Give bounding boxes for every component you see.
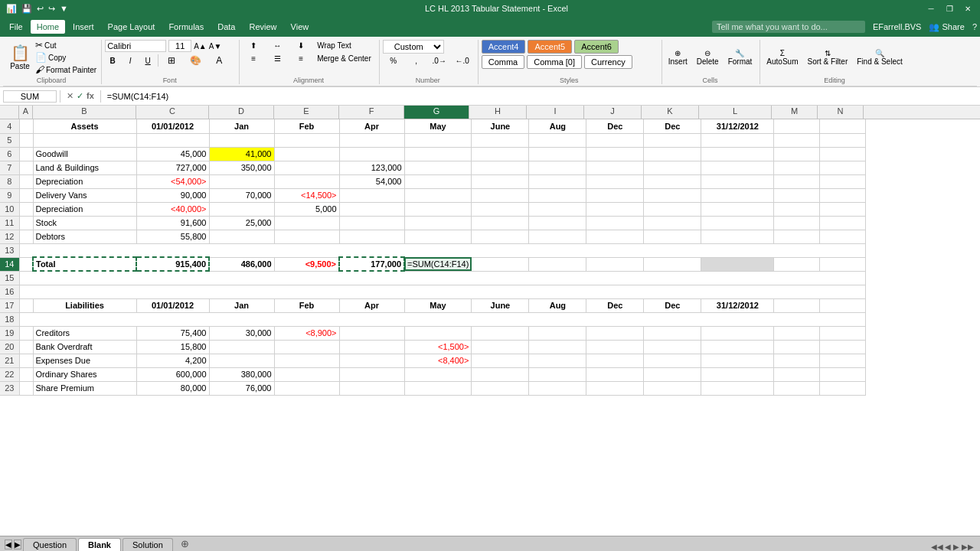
cell-N4[interactable]	[820, 119, 866, 133]
cell-K5[interactable]	[644, 133, 701, 147]
cell-D5[interactable]	[209, 133, 274, 147]
quick-access-save[interactable]: 💾	[21, 4, 32, 14]
cell-M19[interactable]	[774, 326, 820, 340]
cell-K12[interactable]	[644, 230, 701, 243]
cell-K22[interactable]	[644, 367, 701, 381]
cell-J8[interactable]	[586, 174, 644, 188]
cell-A10[interactable]	[19, 202, 33, 216]
cell-K23[interactable]	[644, 381, 701, 395]
menu-review[interactable]: Review	[243, 20, 283, 34]
confirm-formula-icon[interactable]: ✓	[77, 91, 83, 101]
cell-H23[interactable]	[472, 381, 529, 395]
tab-scroll-left[interactable]: ◀	[5, 540, 12, 549]
cell-A9[interactable]	[19, 188, 33, 202]
cell-A8[interactable]	[19, 174, 33, 188]
col-header-A[interactable]: A	[19, 106, 33, 119]
cancel-formula-icon[interactable]: ✕	[67, 91, 74, 101]
quick-access-redo[interactable]: ↪	[48, 4, 55, 14]
cell-B6[interactable]: Goodwill	[33, 147, 136, 161]
cell-K6[interactable]	[644, 147, 701, 161]
cell-E11[interactable]	[274, 216, 339, 230]
cell-C5[interactable]	[136, 133, 209, 147]
cell-J11[interactable]	[586, 216, 644, 230]
cell-D14[interactable]: 486,000	[209, 257, 274, 271]
cell-L10[interactable]	[701, 202, 774, 216]
cell-L5[interactable]	[701, 133, 774, 147]
col-header-J[interactable]: J	[584, 106, 642, 119]
cell-J17[interactable]: Dec	[586, 298, 644, 312]
cell-J22[interactable]	[586, 367, 644, 381]
cell-B5[interactable]	[33, 133, 136, 147]
help-icon[interactable]: ?	[972, 22, 977, 31]
cell-A19[interactable]	[19, 326, 33, 340]
cell-B8[interactable]: Depreciation	[33, 174, 136, 188]
cell-H11[interactable]	[472, 216, 529, 230]
cell-C23[interactable]: 80,000	[136, 381, 209, 395]
cell-F23[interactable]	[339, 381, 404, 395]
cell-I22[interactable]	[529, 367, 586, 381]
tab-scroll-right[interactable]: ▶	[14, 540, 21, 549]
cell-A5[interactable]	[19, 133, 33, 147]
cell-I9[interactable]	[529, 188, 586, 202]
menu-view[interactable]: View	[285, 20, 315, 34]
cell-F4[interactable]: Apr	[339, 119, 404, 133]
cell-N22[interactable]	[820, 367, 866, 381]
cell-D21[interactable]	[209, 354, 274, 367]
decrease-decimal-button[interactable]: ←.0	[452, 55, 473, 67]
row-num[interactable]: 23	[0, 381, 19, 395]
col-header-L[interactable]: L	[699, 106, 772, 119]
col-header-D[interactable]: D	[209, 106, 274, 119]
minimize-button[interactable]: ─	[925, 2, 937, 15]
col-header-K[interactable]: K	[642, 106, 699, 119]
cell-H21[interactable]	[472, 354, 529, 367]
cell-L11[interactable]	[701, 216, 774, 230]
cell-N6[interactable]	[820, 147, 866, 161]
quick-access-undo[interactable]: ↩	[37, 4, 44, 14]
row-num[interactable]: 22	[0, 367, 19, 381]
cell-L6[interactable]	[701, 147, 774, 161]
cell-I11[interactable]	[529, 216, 586, 230]
cell-row16[interactable]	[19, 285, 866, 298]
menu-file[interactable]: File	[3, 20, 29, 34]
cell-F17[interactable]: Apr	[339, 298, 404, 312]
quick-access-more[interactable]: ▼	[60, 4, 68, 13]
cell-E20[interactable]	[274, 340, 339, 354]
cell-H14[interactable]	[472, 257, 529, 271]
col-header-H[interactable]: H	[469, 106, 527, 119]
row-num[interactable]: 10	[0, 202, 19, 216]
cell-G11[interactable]	[404, 216, 472, 230]
cell-J21[interactable]	[586, 354, 644, 367]
cell-G14[interactable]: =SUM(C14:F14)	[404, 257, 472, 271]
cell-I12[interactable]	[529, 230, 586, 243]
font-size-input[interactable]	[168, 40, 191, 52]
cell-C7[interactable]: 727,000	[136, 161, 209, 174]
cell-G19[interactable]	[404, 326, 472, 340]
merge-center-button[interactable]: Merge & Center	[314, 53, 374, 64]
cell-L12[interactable]	[701, 230, 774, 243]
col-header-I[interactable]: I	[527, 106, 584, 119]
cell-I23[interactable]	[529, 381, 586, 395]
cell-B14[interactable]: Total	[33, 257, 136, 271]
cell-L20[interactable]	[701, 340, 774, 354]
row-num[interactable]: 9	[0, 188, 19, 202]
cell-J23[interactable]	[586, 381, 644, 395]
cell-I17[interactable]: Aug	[529, 298, 586, 312]
cell-D12[interactable]	[209, 230, 274, 243]
cell-M5[interactable]	[774, 133, 820, 147]
cell-D17[interactable]: Jan	[209, 298, 274, 312]
cell-B9[interactable]: Delivery Vans	[33, 188, 136, 202]
cell-D22[interactable]: 380,000	[209, 367, 274, 381]
col-header-N[interactable]: N	[818, 106, 864, 119]
accent4-button[interactable]: Accent4	[482, 40, 526, 54]
cell-row18[interactable]	[19, 312, 866, 326]
cell-K7[interactable]	[644, 161, 701, 174]
cell-row15[interactable]	[19, 271, 866, 285]
cell-J12[interactable]	[586, 230, 644, 243]
cell-I4[interactable]: Aug	[529, 119, 586, 133]
cell-J10[interactable]	[586, 202, 644, 216]
underline-button[interactable]: U	[140, 55, 155, 67]
cell-G8[interactable]	[404, 174, 472, 188]
cell-L14[interactable]	[701, 257, 774, 271]
cell-C19[interactable]: 75,400	[136, 326, 209, 340]
cell-C10[interactable]: <40,000>	[136, 202, 209, 216]
